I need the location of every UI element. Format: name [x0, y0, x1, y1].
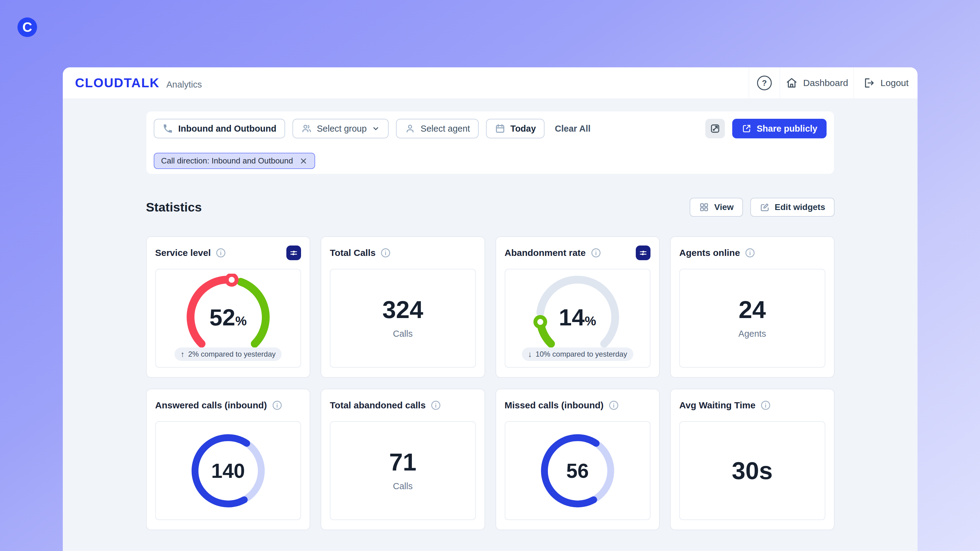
active-filters-row: Call direction: Inbound and Outbound — [154, 153, 827, 169]
widget-title: Total abandoned calls — [330, 400, 426, 411]
info-icon[interactable] — [216, 248, 226, 258]
statistics-bar: Statistics View Edit widgets — [146, 198, 835, 217]
logout-icon — [863, 77, 875, 89]
widget-body: 30s — [679, 421, 825, 520]
filter-row: Inbound and Outbound Select group Select… — [154, 119, 827, 138]
metric-value: 71 — [389, 450, 417, 475]
comparison-badge: ↓ 10% compared to yesterday — [522, 348, 633, 361]
phone-icon — [162, 123, 173, 134]
widget-title: Total Calls — [330, 248, 375, 258]
donut-chart: 56 — [537, 430, 618, 511]
app-header: CLOUDTALK Analytics ? Dashboard Logout — [63, 67, 918, 99]
edit-icon — [759, 202, 770, 213]
gauge-chart: 52% — [182, 274, 274, 349]
view-button[interactable]: View — [690, 198, 743, 217]
call-direction-filter[interactable]: Inbound and Outbound — [154, 119, 285, 138]
metric-label: Agents — [738, 329, 766, 339]
widget-abandonment-rate: Abandonment rate 14% ↓ 10% compared to y… — [495, 236, 660, 378]
filter-card: Inbound and Outbound Select group Select… — [146, 111, 834, 174]
widget-total-calls: Total Calls 324 Calls — [321, 236, 485, 378]
share-publicly-label: Share publicly — [757, 124, 818, 134]
gauge-chart: 14% — [531, 274, 624, 349]
sliders-icon — [638, 248, 648, 257]
widget-body: 56 — [505, 421, 651, 520]
metric-value: 14% — [531, 304, 624, 330]
widget-title: Avg Waiting Time — [679, 400, 756, 411]
logout-button[interactable]: Logout — [854, 67, 918, 98]
metric-block: 324 Calls — [382, 297, 423, 339]
widget-title: Answered calls (inbound) — [155, 400, 267, 411]
date-filter[interactable]: Today — [486, 119, 544, 138]
home-icon — [786, 77, 798, 89]
cloudtalk-launcher-logo[interactable]: C — [18, 17, 37, 37]
info-icon[interactable] — [760, 400, 771, 411]
widget-title: Missed calls (inbound) — [505, 400, 604, 411]
metric-value: 324 — [382, 297, 423, 322]
widget-title: Abandonment rate — [505, 248, 586, 258]
share-publicly-button[interactable]: Share publicly — [732, 119, 827, 138]
expand-icon — [709, 123, 721, 134]
brand-wrap: CLOUDTALK Analytics — [63, 67, 202, 98]
edit-widgets-label: Edit widgets — [775, 202, 825, 212]
widget-answered-calls-inbound: Answered calls (inbound) 140 — [146, 389, 310, 530]
widget-body: 324 Calls — [330, 269, 476, 368]
info-icon[interactable] — [431, 400, 441, 411]
main-panel: CLOUDTALK Analytics ? Dashboard Logout — [63, 67, 918, 551]
group-icon — [301, 123, 312, 134]
call-direction-value: Inbound and Outbound — [178, 124, 277, 134]
date-filter-value: Today — [511, 124, 536, 134]
widget-header: Total Calls — [330, 246, 476, 260]
widget-service-level: Service level 52% ↑ 2% compared to yeste… — [146, 236, 310, 378]
cloudtalk-wordmark: CLOUDTALK — [75, 76, 159, 90]
widget-settings-button[interactable] — [286, 246, 301, 260]
help-icon: ? — [757, 76, 772, 90]
widget-body: 52% ↑ 2% compared to yesterday — [155, 269, 301, 368]
logout-label: Logout — [880, 78, 908, 88]
metric-value: 56 — [537, 430, 618, 511]
widget-header: Service level — [155, 246, 301, 260]
widget-header: Abandonment rate — [505, 246, 651, 260]
comparison-badge: ↑ 2% compared to yesterday — [175, 348, 282, 361]
widget-missed-calls-inbound: Missed calls (inbound) 56 — [495, 389, 660, 530]
comparison-text: 10% compared to yesterday — [536, 350, 627, 359]
clear-all-button[interactable]: Clear All — [555, 124, 591, 134]
widget-title: Service level — [155, 248, 211, 258]
metric-value: 140 — [188, 430, 269, 511]
widget-avg-waiting-time: Avg Waiting Time 30s — [670, 389, 835, 530]
metric-block: 24 Agents — [738, 297, 766, 339]
info-icon[interactable] — [609, 400, 619, 411]
select-group-filter[interactable]: Select group — [293, 119, 389, 138]
widget-body: 14% ↓ 10% compared to yesterday — [505, 269, 651, 368]
widget-total-abandoned-calls: Total abandoned calls 71 Calls — [321, 389, 485, 530]
header-nav: ? Dashboard Logout — [749, 67, 918, 98]
expand-view-button[interactable] — [705, 119, 725, 138]
info-icon[interactable] — [380, 248, 391, 258]
widgets-grid: Service level 52% ↑ 2% compared to yeste… — [146, 236, 835, 530]
widget-settings-button[interactable] — [636, 246, 651, 260]
close-icon[interactable] — [299, 157, 308, 165]
external-link-icon — [741, 123, 752, 134]
edit-widgets-button[interactable]: Edit widgets — [750, 198, 835, 217]
person-icon — [404, 123, 415, 134]
metric-label: Calls — [393, 481, 412, 491]
arrow-down-icon: ↓ — [528, 349, 532, 359]
call-direction-chip[interactable]: Call direction: Inbound and Outbound — [154, 153, 315, 169]
info-icon[interactable] — [272, 400, 282, 411]
metric-value: 24 — [739, 297, 766, 322]
product-name: Analytics — [166, 76, 202, 90]
comparison-text: 2% compared to yesterday — [188, 350, 275, 359]
info-icon[interactable] — [591, 248, 601, 258]
widget-header: Avg Waiting Time — [679, 398, 825, 413]
view-label: View — [714, 202, 733, 212]
chip-label: Call direction: Inbound and Outbound — [161, 156, 293, 166]
metric-label: Calls — [393, 329, 412, 339]
sliders-icon — [289, 248, 298, 257]
help-button[interactable]: ? — [749, 67, 780, 98]
select-agent-filter[interactable]: Select agent — [396, 119, 478, 138]
widget-agents-online: Agents online 24 Agents — [670, 236, 835, 378]
info-icon[interactable] — [745, 248, 755, 258]
select-group-placeholder: Select group — [317, 124, 367, 134]
grid-icon — [699, 202, 709, 213]
dashboard-button[interactable]: Dashboard — [780, 67, 854, 98]
select-agent-placeholder: Select agent — [420, 124, 470, 134]
